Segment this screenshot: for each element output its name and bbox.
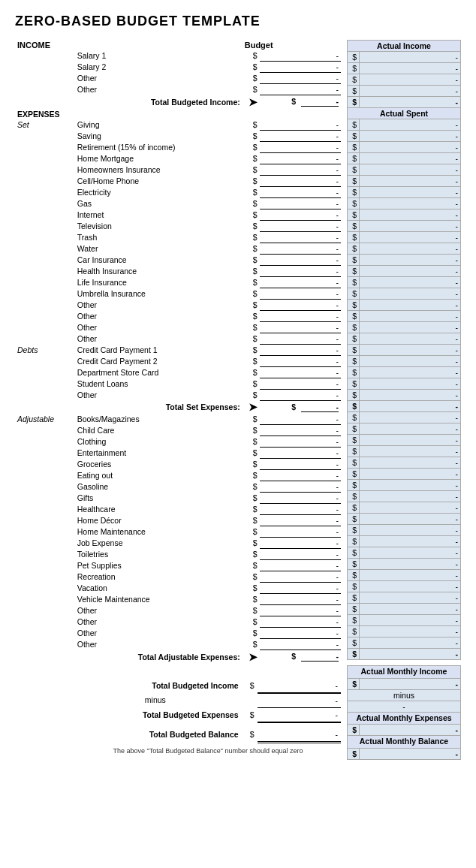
- set-row-name: Cell/Home Phone: [75, 175, 243, 186]
- income-value[interactable]: -: [260, 62, 341, 73]
- actual-spent-header: Actual Spent: [348, 108, 461, 119]
- income-value[interactable]: -: [260, 84, 341, 95]
- expenses-section-row: EXPENSES: [15, 109, 341, 119]
- debt-row-3: Student Loans $ -: [15, 378, 341, 389]
- summary-minus-value: -: [258, 693, 341, 708]
- right-summary-balance-value-row: $ -: [348, 748, 461, 759]
- summary-balance-label: Total Budgeted Balance: [69, 728, 241, 743]
- actual-income-header: Actual Income: [348, 41, 461, 52]
- right-set-row-13: $-: [348, 266, 461, 277]
- income-name: Salary 1: [75, 50, 243, 62]
- budget-layout: INCOME Budget Salary 1 $ - Salary 2 $ -: [15, 40, 461, 760]
- summary-minus-row: minus -: [15, 693, 341, 708]
- income-value[interactable]: -: [260, 50, 341, 62]
- adj-row-name: Vehicle Maintenance: [75, 594, 243, 605]
- summary-balance-value[interactable]: -: [258, 728, 341, 743]
- set-row-name: Internet: [75, 209, 243, 220]
- set-row-8: Internet $ -: [15, 209, 341, 220]
- adj-row-16: Vehicle Maintenance $ -: [15, 594, 341, 605]
- set-row-15: Umbrella Insurance $ -: [15, 288, 341, 299]
- adj-row-name: Job Expense: [75, 538, 243, 549]
- right-spacer-1: [348, 660, 461, 666]
- set-row-name: Gas: [75, 197, 243, 209]
- adj-row-15: Vacation $ -: [15, 583, 341, 594]
- summary-income-row: Total Budgeted Income $ -: [15, 679, 341, 693]
- set-row-2: Retirement (15% of income) $ -: [15, 141, 341, 152]
- summary-expenses-dollar: $: [242, 707, 258, 722]
- total-income-value[interactable]: -: [301, 97, 339, 107]
- set-row-7: Gas $ -: [15, 197, 341, 209]
- set-row-name: Retirement (15% of income): [75, 141, 243, 152]
- total-income-label: Total Budgeted Income:: [75, 95, 243, 109]
- adj-row-name: Child Care: [75, 425, 243, 436]
- adj-row-10: Home Maintenance $ -: [15, 526, 341, 538]
- total-set-dollar: $: [291, 402, 296, 411]
- right-set-row-15: $-: [348, 288, 461, 300]
- debts-label: Debts: [15, 344, 75, 355]
- income-label: INCOME: [15, 40, 75, 50]
- income-row-salary1: Salary 1 $ -: [15, 50, 341, 62]
- budget-header: Budget: [243, 40, 341, 50]
- set-row-1: Saving $ -: [15, 130, 341, 141]
- adjustable-label: Adjustable: [15, 414, 75, 425]
- income-value[interactable]: -: [260, 73, 341, 84]
- total-income-row: Total Budgeted Income: ➤ $ -: [15, 95, 341, 109]
- total-adj-value[interactable]: -: [301, 652, 339, 662]
- right-spent-header-row: Actual Spent: [348, 108, 461, 119]
- adj-row-19: Other $ -: [15, 628, 341, 639]
- set-row-dollar-0: $: [243, 119, 260, 131]
- summary-income-label: Total Budgeted Income: [69, 679, 241, 693]
- budget-table: INCOME Budget Salary 1 $ - Salary 2 $ -: [15, 40, 341, 664]
- right-adj-row-2: $-: [348, 435, 461, 446]
- adj-row-name: Healthcare: [75, 504, 243, 515]
- right-adj-row-16: $-: [348, 592, 461, 604]
- set-row-18: Other $ -: [15, 321, 341, 333]
- right-adj-row-9: $-: [348, 514, 461, 525]
- set-row-name: Electricity: [75, 186, 243, 197]
- set-row-13: Health Insurance $ -: [15, 265, 341, 276]
- set-row-name: Water: [75, 243, 243, 254]
- adj-row-13: Pet Supplies $ -: [15, 560, 341, 571]
- set-row-name: Other: [75, 333, 243, 344]
- right-set-row-10: $-: [348, 232, 461, 243]
- set-row-name: Trash: [75, 231, 243, 243]
- right-adj-row-13: $-: [348, 559, 461, 570]
- set-row-12: Car Insurance $ -: [15, 254, 341, 265]
- set-label: Set: [15, 119, 75, 131]
- set-label-row: Set Giving $ -: [15, 119, 341, 131]
- right-income-row-3: $ -: [348, 86, 461, 97]
- total-income-dollar: $: [291, 97, 296, 106]
- set-row-5: Cell/Home Phone $ -: [15, 175, 341, 186]
- actual-monthly-expenses-header: Actual Monthly Expenses: [348, 712, 461, 725]
- set-row-name: Television: [75, 220, 243, 231]
- adj-row-20: Other $ -: [15, 639, 341, 650]
- right-income-row-0: $ -: [348, 52, 461, 63]
- total-adj-dollar: $: [291, 652, 296, 661]
- right-set-row-4: $-: [348, 164, 461, 176]
- set-row-name: Other: [75, 310, 243, 321]
- summary-income-value[interactable]: -: [258, 679, 341, 693]
- right-summary-expenses-value-row: $ -: [348, 725, 461, 736]
- debt-row-2: Department Store Card $ -: [15, 366, 341, 378]
- summary-spacer: [15, 673, 341, 679]
- actual-minus-label: minus: [348, 689, 461, 701]
- adjustable-label-row: Adjustable Books/Magazines $ -: [15, 414, 341, 425]
- debt-row-4: Other $ -: [15, 389, 341, 400]
- income-dollar: $: [243, 50, 260, 62]
- adj-row-3: Entertainment $ -: [15, 448, 341, 459]
- total-set-value[interactable]: -: [301, 402, 339, 412]
- right-set-row-11: $-: [348, 243, 461, 255]
- set-row-value-0[interactable]: -: [260, 119, 341, 131]
- income-name: Salary 2: [75, 62, 243, 73]
- right-debt-row-3: $-: [348, 378, 461, 390]
- summary-income-dollar: $: [242, 679, 258, 693]
- right-adj-row-18: $-: [348, 615, 461, 626]
- actual-monthly-balance-header: Actual Monthly Balance: [348, 736, 461, 749]
- adj-row-name: Other: [75, 628, 243, 639]
- right-total-adj-row: $ -: [348, 649, 461, 660]
- right-adj-row-14: $-: [348, 570, 461, 581]
- summary-expenses-value[interactable]: -: [258, 707, 341, 722]
- right-adj-row-7: $-: [348, 491, 461, 502]
- right-summary-income-row: Actual Monthly Income: [348, 666, 461, 679]
- adj-row-name: Other: [75, 605, 243, 616]
